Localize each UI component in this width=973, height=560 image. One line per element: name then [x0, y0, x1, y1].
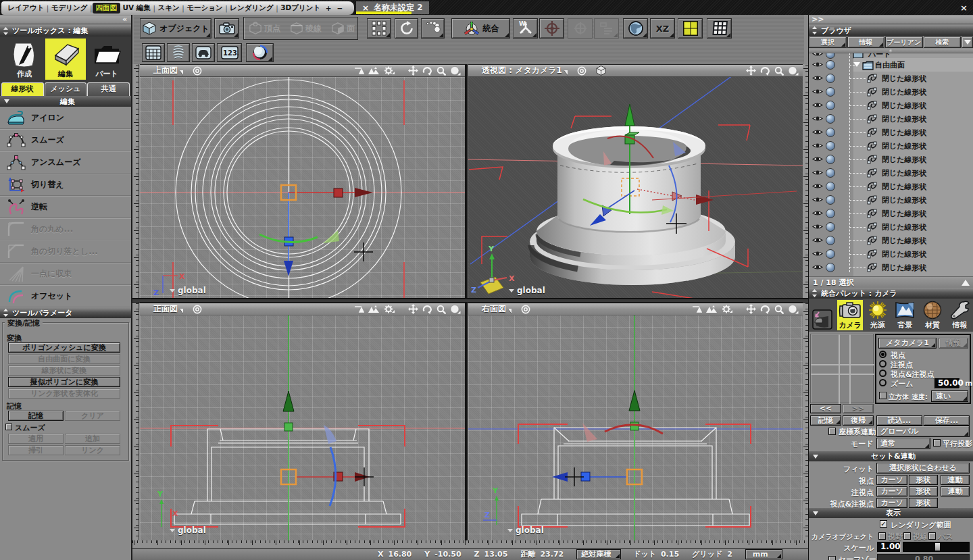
magnet-falloff-button[interactable] — [421, 18, 445, 39]
tree-item-free-surface[interactable]: 自由曲面 — [809, 58, 973, 72]
rotate-select-button[interactable] — [395, 18, 418, 39]
tree-item-closed-line-shape[interactable]: 閉じた線形状 — [809, 153, 973, 166]
render-flag-icon[interactable] — [354, 67, 364, 75]
edit-section-header[interactable]: 編集 — [0, 96, 131, 107]
display-mode-sphere-icon[interactable] — [450, 305, 461, 314]
right-view-canvas[interactable]: YZ global — [468, 315, 803, 540]
render-flag-ball-icon[interactable] — [826, 236, 835, 245]
tab-line-shape[interactable]: 線形状 — [1, 82, 44, 96]
render-flag-ball-icon[interactable] — [826, 155, 835, 164]
tree-item-closed-line-shape[interactable]: 閉じた線形状 — [809, 166, 973, 180]
coordinate-space-selector[interactable]: global — [170, 286, 206, 295]
view-select-dropdown-icon[interactable] — [180, 70, 183, 75]
visibility-eye-icon[interactable] — [812, 101, 823, 109]
radio-eye-and-target[interactable] — [879, 370, 887, 377]
coordinate-space-selector[interactable]: global — [170, 526, 206, 535]
visibility-eye-icon[interactable] — [812, 142, 823, 149]
render-flag-ball-icon[interactable] — [826, 182, 835, 191]
render-flag-ball-icon[interactable] — [826, 209, 835, 218]
browser-tab-select[interactable]: 選択 — [809, 36, 847, 48]
model-3d-cup[interactable] — [530, 126, 735, 285]
palette-tab-camera[interactable]: カメラ — [837, 300, 864, 330]
save-button[interactable]: 保存... — [924, 415, 970, 426]
render-flag-ball-icon[interactable] — [826, 101, 835, 110]
tool-reverse[interactable]: 逆転 — [0, 196, 131, 218]
panel-expand-button[interactable]: >> — [809, 16, 973, 24]
render-flag-ball-icon[interactable] — [826, 114, 835, 124]
tool-parameters-header[interactable]: ツールパラメータ — [0, 307, 131, 318]
mode-create-button[interactable]: 作成 — [4, 39, 45, 80]
viewport-front-view[interactable]: 正面図 — [140, 303, 465, 540]
parallel-projection-checkbox[interactable] — [933, 439, 941, 447]
menu-rendering[interactable]: レンダリング — [228, 3, 276, 13]
target-shape-button[interactable]: 形状 — [909, 486, 938, 497]
zoom-tool-icon[interactable] — [436, 305, 446, 314]
tree-item-closed-line-shape[interactable]: 閉じた線形状 — [809, 99, 973, 112]
workspace-remove-button[interactable]: − — [334, 4, 346, 12]
zoom-value-field[interactable]: 50.00 — [934, 378, 959, 388]
front-view-canvas[interactable]: YX global — [140, 315, 465, 540]
render-flag-ball-icon[interactable] — [826, 263, 835, 272]
tree-item-closed-line-shape[interactable]: 閉じた線形状 — [809, 139, 973, 153]
bullseye-icon[interactable] — [193, 305, 202, 314]
browser-tab-boolean[interactable]: ブーリアン — [885, 36, 923, 48]
camera-select-dropdown[interactable]: メタカメラ1 — [878, 338, 937, 349]
display-mode-sphere-icon[interactable] — [788, 305, 799, 314]
zoom-tool-icon[interactable] — [774, 305, 784, 314]
tree-item-closed-line-shape[interactable]: 閉じた線形状 — [809, 126, 973, 139]
pan-tool-icon[interactable] — [746, 66, 756, 76]
world-space-globe-dropdown[interactable] — [623, 18, 648, 39]
orbit-tool-icon[interactable] — [760, 305, 770, 314]
mode-edit-button[interactable]: 編集 — [45, 39, 86, 80]
tree-item-closed-line-shape[interactable]: 閉じた線形状 — [809, 112, 973, 126]
tree-item-closed-line-shape[interactable]: 閉じた線形状 — [809, 180, 973, 193]
speed-dropdown[interactable]: 速い — [931, 390, 968, 402]
orbit-tool-icon[interactable] — [422, 66, 432, 76]
visibility-eye-icon[interactable] — [812, 88, 823, 95]
browser-tab-info[interactable]: 情報 — [847, 36, 885, 48]
numeric-input-button[interactable]: 123.. — [217, 43, 242, 62]
both-cursor-button[interactable]: カーソル — [876, 498, 907, 508]
rectangle-select-button[interactable] — [367, 18, 391, 39]
tool-iron[interactable]: アイロン — [0, 107, 131, 129]
menu-modeling[interactable]: モデリング — [49, 3, 90, 13]
workspace-add-button[interactable]: + — [323, 4, 334, 12]
texture-display-icon[interactable] — [706, 305, 718, 313]
xz-plane-dropdown[interactable]: XZ — [650, 18, 675, 39]
visibility-eye-icon[interactable] — [812, 196, 823, 203]
browser-header[interactable]: ブラウザ — [809, 25, 973, 36]
tree-item-closed-line-shape[interactable]: 閉じた線形状 — [809, 247, 973, 261]
numeric-table-button[interactable] — [142, 43, 165, 62]
grid-settings-dropdown[interactable] — [707, 18, 732, 39]
world-coordinate-dropdown[interactable]: W — [513, 18, 538, 39]
top-view-canvas[interactable]: XZ global — [140, 77, 465, 298]
scale-slider[interactable] — [903, 542, 970, 552]
orbit-tool-icon[interactable] — [760, 66, 770, 76]
eye-shape-button[interactable]: 形状 — [909, 475, 938, 485]
scale-value-field[interactable]: 1.00 — [877, 542, 900, 552]
eye-linked-button[interactable]: 連動 — [941, 475, 970, 485]
browser-tab-search[interactable]: 検索 — [924, 36, 962, 48]
coordinate-space-dropdown[interactable]: グローバル — [876, 426, 970, 437]
pan-tool-icon[interactable] — [408, 304, 418, 314]
menu-3d-print[interactable]: 3Dプリント — [278, 3, 323, 13]
render-flag-ball-icon[interactable] — [826, 168, 835, 178]
visibility-eye-icon[interactable] — [812, 169, 823, 176]
bullseye-icon[interactable] — [521, 305, 530, 314]
tree-item-closed-line-shape[interactable]: 閉じた線形状 — [809, 193, 973, 207]
convert-to-polygon-button[interactable]: ポリゴンメッシュに変換 — [8, 342, 120, 353]
palette-tab-material[interactable]: 材質 — [920, 300, 946, 330]
visibility-eye-icon[interactable] — [812, 263, 823, 271]
expanded-triangle-icon[interactable] — [853, 62, 860, 67]
texture-display-icon[interactable] — [368, 305, 380, 313]
coordinate-link-checkbox[interactable] — [828, 428, 836, 435]
tree-item-closed-line-shape[interactable]: 閉じた線形状 — [809, 220, 973, 234]
tree-item-closed-line-shape[interactable]: 閉じた線形状 — [809, 85, 973, 99]
render-flag-ball-icon[interactable] — [826, 249, 835, 259]
view-select-dropdown-icon[interactable] — [180, 309, 183, 313]
visibility-eye-icon[interactable] — [812, 128, 823, 136]
gear-settings-icon[interactable] — [722, 305, 732, 313]
visibility-eye-icon[interactable] — [812, 223, 823, 230]
bullseye-icon[interactable] — [193, 66, 202, 76]
visibility-eye-icon[interactable] — [812, 53, 823, 57]
